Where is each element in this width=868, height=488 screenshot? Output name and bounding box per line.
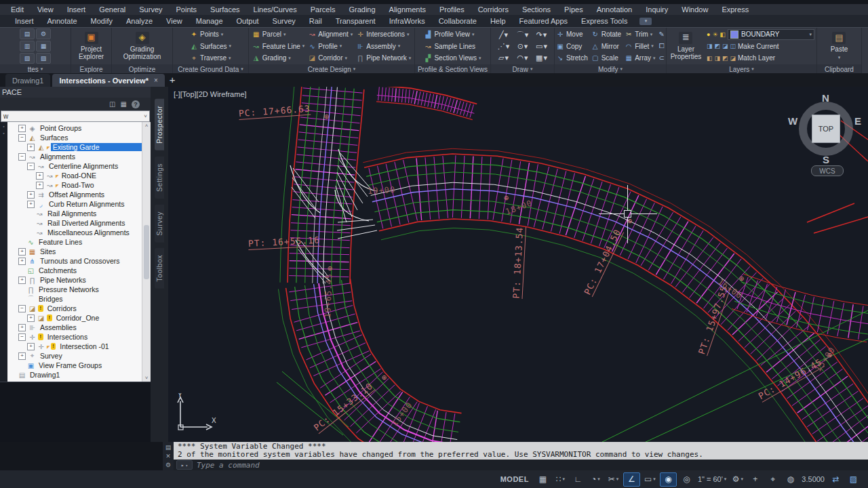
layer-tool-icon-a3[interactable]: ◫ <box>730 43 736 49</box>
tree-item-point-groups[interactable]: +◈Point Groups <box>7 123 151 133</box>
expand-icon[interactable]: + <box>36 172 43 180</box>
workspace-switching-toggle[interactable]: ⚙▾ <box>730 473 745 486</box>
menu2-express-tools[interactable]: Express Tools <box>574 17 634 25</box>
layer-tool-icon-b3[interactable]: ◪ <box>730 55 736 62</box>
draw-tool-6[interactable]: ▱▾ <box>495 52 513 63</box>
ribbon-extra-tool-2[interactable]: ⊂ <box>659 53 665 63</box>
menu2-modify[interactable]: Modify <box>84 17 119 25</box>
ribbon-item-profile[interactable]: ∿Profile▾ <box>308 41 353 52</box>
ribbon-item-pipe-network[interactable]: ∏Pipe Network▾ <box>356 53 411 63</box>
menu2-transparent[interactable]: Transparent <box>329 17 382 25</box>
menu2-analyze[interactable]: Analyze <box>119 17 159 25</box>
tree-item-intersections[interactable]: −✛!Intersections <box>7 332 151 342</box>
tree-item-miscellaneous-alignments[interactable]: ↝Miscellaneous Alignments <box>7 228 151 237</box>
menu-view[interactable]: View <box>31 5 60 14</box>
ribbon-extra-tool-1[interactable]: ⧠ <box>659 41 665 52</box>
tree-item-centerline-alignments[interactable]: −↝Centerline Alignments <box>7 161 151 171</box>
snap-mode-toggle[interactable]: ∷▾ <box>553 473 568 486</box>
panel-caption[interactable]: Explore <box>71 64 111 74</box>
ribbon-item-copy[interactable]: ▣Copy <box>556 41 588 52</box>
toolspace-tool-icon-1[interactable]: ▦ <box>121 100 127 108</box>
object-snap-toggle[interactable]: ∠ <box>623 472 640 487</box>
expand-icon[interactable]: + <box>27 144 35 151</box>
ribbon-paste-button[interactable]: ▤Paste▾ <box>829 32 850 60</box>
collapse-icon[interactable]: − <box>18 134 26 142</box>
draw-tool-4[interactable]: ⊙▾ <box>514 41 532 52</box>
menu-alignments[interactable]: Alignments <box>382 5 433 14</box>
ortho-mode-toggle[interactable]: ∟ <box>570 473 586 486</box>
draw-tool-8[interactable]: ▦▾ <box>533 52 551 63</box>
annotation-scale-button[interactable]: 1" = 60'▾ <box>696 473 728 486</box>
command-input[interactable]: ▸▾ Type a command <box>174 460 868 470</box>
panel-caption[interactable]: Optimize <box>112 64 172 74</box>
expand-icon[interactable]: + <box>18 258 26 265</box>
draw-tool-7[interactable]: ◠▾ <box>514 52 532 63</box>
tree-item-existing-garde[interactable]: +◭◤Existing Garde <box>7 142 151 152</box>
scroll-up-icon[interactable]: ˄ <box>145 123 149 129</box>
viewcube-south[interactable]: S <box>823 154 829 165</box>
menu-extra-icon[interactable]: ▾ <box>639 18 652 25</box>
tree-item-pressure-networks[interactable]: ∏Pressure Networks <box>7 285 151 294</box>
keyboard-icon[interactable]: ▤ <box>165 444 172 451</box>
menu2-help[interactable]: Help <box>484 17 513 25</box>
palette-icon-3[interactable]: ▦ <box>36 41 51 52</box>
ribbon-item-parcel[interactable]: ▦Parcel▾ <box>252 29 305 39</box>
close-icon[interactable]: ✕ <box>165 453 171 460</box>
palette-icon-2[interactable]: ▥ <box>20 41 35 52</box>
tree-item-rail-alignments[interactable]: ↝Rail Alignments <box>7 209 151 218</box>
ribbon-extra-tool-0[interactable]: ✎ <box>659 29 665 39</box>
ribbon-item-assembly[interactable]: ⊪Assembly▾ <box>356 41 411 52</box>
annotation-monitor-toggle[interactable]: ⌖ <box>765 473 781 486</box>
ribbon-item-move[interactable]: ✛Move <box>556 29 588 39</box>
ribbon-item-alignment[interactable]: ↝Alignment▾ <box>308 29 353 39</box>
ribbon-item-sample-lines[interactable]: ↝Sample Lines <box>424 41 481 52</box>
panel-caption[interactable]: Profile & Section Views <box>415 64 490 74</box>
menu-profiles[interactable]: Profiles <box>433 5 471 14</box>
expand-icon[interactable]: + <box>27 201 35 208</box>
units-toggle[interactable]: ◍ <box>783 473 798 486</box>
palette-icon-1[interactable]: ⚙ <box>36 28 51 39</box>
menu2-infraworks[interactable]: InfraWorks <box>382 17 432 25</box>
tree-item-turnouts-and-crossovers[interactable]: +⋔Turnouts and Crossovers <box>7 256 151 266</box>
menu-annotation[interactable]: Annotation <box>590 5 639 14</box>
expand-icon[interactable]: + <box>27 314 35 322</box>
toolspace-tab-settings[interactable]: Settings <box>155 157 164 199</box>
menu2-output[interactable]: Output <box>230 17 266 25</box>
layer-tool-icon-a0[interactable]: ◨ <box>707 43 713 49</box>
layer-tool-icon-b1[interactable]: ◨ <box>714 55 720 62</box>
menu-corridors[interactable]: Corridors <box>471 5 515 14</box>
isolate-objects-toggle[interactable]: ⇄ <box>828 473 844 486</box>
menu-lines-curves[interactable]: Lines/Curves <box>247 5 304 14</box>
ribbon-item-stretch[interactable]: ↘Stretch <box>556 53 588 63</box>
panel-caption[interactable]: Clipboard <box>817 64 861 74</box>
tree-item-intersection-01[interactable]: +✛◤!Intersection -01 <box>7 342 151 351</box>
expand-icon[interactable]: + <box>18 324 26 331</box>
expand-icon[interactable]: + <box>18 248 26 256</box>
file-tab-intersections-overview-[interactable]: Intersections - Overview*× <box>52 74 164 87</box>
draw-tool-3[interactable]: ⋰▾ <box>495 41 513 52</box>
viewport-controls-label[interactable]: [-][Top][2D Wireframe] <box>174 90 247 98</box>
expand-icon[interactable]: + <box>18 352 26 360</box>
crosshair-toggle[interactable]: + <box>747 473 763 486</box>
viewcube-top-face[interactable]: TOP <box>812 115 840 143</box>
menu-pipes[interactable]: Pipes <box>557 5 590 14</box>
tree-item-surfaces[interactable]: −◭Surfaces <box>7 133 151 142</box>
ribbon-item-fillet[interactable]: ◠Fillet▾ <box>625 41 655 52</box>
panel-caption[interactable]: Create Ground Data▾ <box>173 64 248 74</box>
tree-item-alignments[interactable]: −↝Alignments <box>7 152 151 161</box>
viewcube-west[interactable]: W <box>788 115 797 127</box>
customize-icon[interactable]: ⚙ <box>165 462 171 468</box>
toolspace-view-combo[interactable]: w ˅ <box>1 110 150 122</box>
ribbon-item-corridor[interactable]: ◪Corridor▾ <box>308 53 353 63</box>
expand-icon[interactable]: + <box>36 182 43 189</box>
ribbon-item-profile-view[interactable]: ▟Profile View▾ <box>424 29 481 39</box>
file-tab-drawing1[interactable]: Drawing1 <box>5 74 50 87</box>
ribbon-item-traverse[interactable]: ⌖Traverse▾ <box>190 53 231 63</box>
layer-select-combo[interactable]: BOUNDARY▾ <box>728 29 814 40</box>
menu-parcels[interactable]: Parcels <box>304 5 342 14</box>
layer-tool-icon-a1[interactable]: ◩ <box>714 43 720 49</box>
menu-surfaces[interactable]: Surfaces <box>203 5 246 14</box>
menu-survey[interactable]: Survey <box>132 5 169 14</box>
new-tab-button[interactable]: + <box>170 74 176 85</box>
collapse-icon[interactable]: − <box>18 305 26 312</box>
